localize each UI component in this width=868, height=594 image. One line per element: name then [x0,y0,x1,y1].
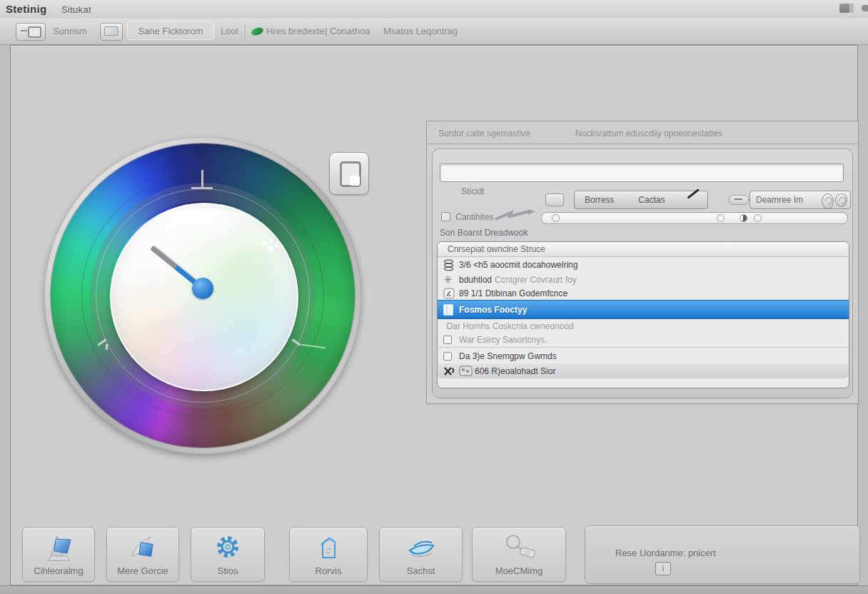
tab-selected-label: Sane Ficktorom [138,26,203,36]
zigzag-arrow-icon [494,209,535,222]
segment-2-label[interactable]: Cactas [638,195,665,205]
boat-icon [404,532,438,566]
info-box-icon[interactable]: i [655,562,671,575]
degree-combo-value: Deamree Im [756,195,803,205]
list-item[interactable]: Da 3)e Snemgpw Gwmds [438,348,849,363]
rounded-square-icon [340,161,361,187]
list-item-label: bduhtlod [459,275,492,285]
display-button[interactable] [16,23,46,41]
minus-button[interactable] [729,195,749,205]
new-profile-icon [126,532,159,566]
arc-icon [823,195,833,205]
pencil-mark-icon [687,188,699,198]
button-label: Rorvis [290,565,367,576]
list-header-label: Cnrsepiat ownclne Struce [448,244,545,254]
list-item-label: Oar Homhs Coskcnia cwneonood [446,321,574,331]
list-item-sublabel: Ccntgrer Covraurt foy [495,275,577,285]
output-button[interactable]: Sachst [379,527,463,582]
text-input[interactable] [440,163,844,182]
tick-top-icon [201,170,203,187]
tab-summary[interactable]: Sunnsm [53,26,87,36]
settings-panel-header: Sordor caite sgemastive Nocksrattum edus… [427,121,858,144]
radio-circle-2[interactable] [740,214,747,222]
window-bottom-edge [0,585,868,594]
radio-circle-3[interactable] [754,214,762,222]
settings-panel: Sordor caite sgemastive Nocksrattum edus… [426,121,859,404]
picture-button[interactable] [100,23,123,41]
window-icon [443,304,459,316]
list-item-label: 606 R)eoalohadt Sior [475,366,555,376]
new-profile-button[interactable]: Mere Gorcie [106,527,179,582]
calibrate-icon [42,532,75,566]
list-item-label: Da 3)e Snemgpw Gwmds [459,351,557,361]
header-label-left: Sordor caite sgemastive [438,129,530,139]
tab-selected[interactable]: Sane Ficktorom [127,21,214,40]
button-label: Mere Gorcie [107,565,178,576]
slider-track[interactable] [541,212,848,224]
segment-1-label[interactable]: Borress [585,195,614,205]
framed-icon [459,366,475,376]
tick-top-base-icon [191,187,213,189]
arc-icon [837,195,847,205]
menu-bar: Stetinig Situkat [0,0,868,19]
checkbox-label: Cantihites [455,212,493,222]
main-panel: Sordor caite sgemastive Nocksrattum edus… [10,45,858,585]
menu-item[interactable]: Situkat [61,4,91,15]
tools-icon [443,366,459,376]
dial-hub[interactable] [192,278,213,299]
picture-icon [104,26,118,36]
stepper-button-1[interactable] [822,193,834,209]
matching-button[interactable]: MoeCMimg [472,527,566,582]
toolbar-item-presets[interactable]: Hres bredexte [266,26,325,36]
toolbar-item-config[interactable]: | Conathoa [325,26,370,36]
button-label: Sachst [380,565,462,576]
tick-bottom-left-flag-icon [106,344,108,350]
stack-icon [443,259,459,271]
settings-button[interactable]: Stios [191,527,265,582]
house-icon [313,532,344,566]
header-label-right: Nocksrattum eduscdiiy opneonestattes [575,129,722,139]
list-item[interactable]: bduhtlod Ccntgrer Covraurt foy [438,273,849,286]
segmented-control[interactable]: Borress Cactas [574,191,708,209]
list-divider [438,347,849,348]
degree-combo[interactable]: Deamree Im [750,191,851,209]
list-item-label: Fosmos Fooctyy [459,305,527,315]
color-wheel-dial[interactable] [44,137,361,454]
list-item-label: 3/6 <h5 aoocmit docahowelring [459,260,577,270]
asterisk-icon [443,275,459,284]
list-header[interactable]: Cnrsepiat ownclne Struce [438,242,849,257]
gear-icon [212,532,243,566]
toolbar-item-recording[interactable]: Msatos Leqontrag [383,26,458,36]
profile-list: Cnrsepiat ownclne Struce 3/6 <h5 aoocmit… [437,241,849,388]
checkbox-icon [443,352,459,361]
calibrate-button[interactable]: Cihleoralmg [22,527,95,582]
radio-circle-1[interactable] [717,214,725,222]
mini-button[interactable] [545,193,564,206]
paw-dots-icon [263,238,281,254]
continuous-checkbox[interactable] [441,212,450,221]
list-item[interactable]: 89 1/1 Dtibinan Godemfcnce [438,286,849,300]
list-item-label: 89 1/1 Dtibinan Godemfcnce [459,288,567,298]
slider-knob[interactable] [552,214,560,222]
menu-app-title[interactable]: Stetinig [6,3,46,15]
list-item[interactable]: 3/6 <h5 aoocmit docahowelring [438,257,849,273]
list-item[interactable]: 606 R)eoalohadt Sior [438,363,849,378]
window-status-icon[interactable] [839,4,854,13]
field-label: Sticidt [461,186,485,196]
edge-icon [862,5,868,11]
section-label: Son Boarst Dreadwook [440,228,528,238]
button-label: MoeCMimg [473,565,565,576]
checkbox-icon [443,336,459,344]
display-toggle-button[interactable] [329,152,369,195]
toolbar: Sunnsm Sane Ficktorom Lool Hres bredexte… [0,19,868,45]
list-item[interactable]: War Esircy Sasortcnys. [438,333,849,346]
minus-icon [735,198,742,200]
list-item[interactable]: Oar Homhs Coskcnia cwneonood [438,319,849,333]
button-label: Stios [191,565,264,576]
toolbar-item-tool[interactable]: Lool [221,26,238,36]
profiles-button[interactable]: Rorvis [289,527,368,582]
list-item-selected[interactable]: Fosmos Fooctyy [438,300,849,319]
stepper-button-2[interactable] [835,193,847,207]
list-item-label: War Esircy Sasortcnys. [459,335,547,345]
reset-button[interactable]: Rese Uordanme: pnicert i [585,525,860,584]
